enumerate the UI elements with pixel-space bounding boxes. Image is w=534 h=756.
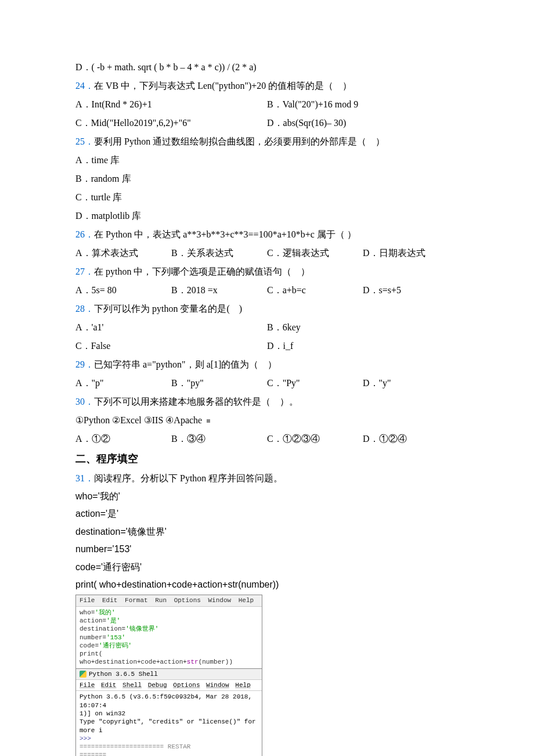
ide-l6: print( who+destination+code+action+ xyxy=(80,650,187,665)
ide-l6e: (number)) xyxy=(199,658,233,665)
section-2-title: 二、程序填空 xyxy=(75,448,459,469)
q25-c: C．turtle 库 xyxy=(75,188,459,207)
q27-text: 在 python 中，下列哪个选项是正确的赋值语句（ ） xyxy=(94,267,310,276)
shell-menu-edit: Edit xyxy=(101,682,116,689)
q25: 25．要利用 Python 通过数组绘制拟合曲线图，必须要用到的外部库是（ ） xyxy=(75,132,459,151)
q25-a: A．time 库 xyxy=(75,151,459,170)
q28-text: 下列可以作为 python 变量名的是( ) xyxy=(94,304,242,314)
python-icon xyxy=(80,671,86,678)
shell-menu-help: Help xyxy=(235,682,250,689)
ide-l1b: '我的' xyxy=(95,609,115,616)
q27-d: D．s=s+5 xyxy=(363,281,459,300)
ide-l5b: '通行密码' xyxy=(99,642,132,649)
shell-title-text: Python 3.6.5 Shell xyxy=(89,670,158,678)
ide-l2b: '是' xyxy=(106,617,120,624)
q26: 26．在 Python 中，表达式 a**3+b**3+c**3==100*a+… xyxy=(75,225,459,244)
q24-text: 在 VB 中，下列与表达式 Len("python")+20 的值相等的是（ ） xyxy=(94,81,352,91)
ide-l4a: number= xyxy=(80,634,106,641)
q27-c: C．a+b=c xyxy=(267,281,363,300)
q31-code-5: code='通行密码' xyxy=(75,559,459,576)
shell-menubar: File Edit Shell Debug Options Window Hel… xyxy=(76,679,262,691)
q31-code-4: number='153' xyxy=(75,541,459,558)
q28-a: A．'a1' xyxy=(75,318,267,337)
shell-line-3: Type "copyright", "credits" or "license(… xyxy=(80,718,258,735)
q29-text: 已知字符串 a="python"，则 a[1]的值为（ ） xyxy=(94,359,277,369)
q31-text: 阅读程序。分析以下 Python 程序并回答问题。 xyxy=(94,473,283,483)
q29-num: 29． xyxy=(75,359,94,369)
ide-l3b: '镜像世界' xyxy=(125,625,158,632)
q30: 30．下列不可以用来搭建本地服务器的软件是（ ）。 xyxy=(75,393,459,411)
q24-a: A．Int(Rnd * 26)+1 xyxy=(75,95,267,114)
q28-b: B．6key xyxy=(267,318,459,337)
shell-menu-file: File xyxy=(80,682,95,689)
q29: 29．已知字符串 a="python"，则 a[1]的值为（ ） xyxy=(75,355,459,374)
q30-list: ①Python ②Excel ③IIS ④Apache xyxy=(75,411,459,430)
q23-option-d: D．( -b + math. sqrt ( b * b – 4 * a * c)… xyxy=(75,58,459,77)
shell-line-2: 1)] on win32 xyxy=(80,710,258,718)
shell-line-1: Python 3.6.5 (v3.6.5:f59c0932b4, Mar 28 … xyxy=(80,693,258,710)
q26-options: A．算术表达式 B．关系表达式 C．逻辑表达式 D．日期表达式 xyxy=(75,244,459,262)
q30-text: 下列不可以用来搭建本地服务器的软件是（ ）。 xyxy=(94,397,298,406)
q26-num: 26． xyxy=(75,229,94,239)
menu-help: Help xyxy=(239,597,254,604)
page: D．( -b + math. sqrt ( b * b – 4 * a * c)… xyxy=(0,0,534,756)
shell-titlebar: Python 3.6.5 Shell xyxy=(76,668,262,679)
shell-menu-debug: Debug xyxy=(148,682,167,689)
q24: 24．在 VB 中，下列与表达式 Len("python")+20 的值相等的是… xyxy=(75,77,459,95)
menu-format: Format xyxy=(125,597,148,604)
q31: 31．阅读程序。分析以下 Python 程序并回答问题。 xyxy=(75,469,459,488)
q30-num: 30． xyxy=(75,397,94,406)
ide-screenshot: File Edit Format Run Options Window Help… xyxy=(75,595,262,756)
q28-options: A．'a1' B．6key C．False D．i_f xyxy=(75,318,459,355)
q25-num: 25． xyxy=(75,136,94,146)
q27: 27．在 python 中，下列哪个选项是正确的赋值语句（ ） xyxy=(75,262,459,281)
q30-list-text: ①Python ②Excel ③IIS ④Apache xyxy=(75,415,202,425)
ide-l3a: destination= xyxy=(80,625,125,632)
marker-icon xyxy=(207,419,210,423)
q29-d: D．"y" xyxy=(363,374,459,393)
q26-a: A．算术表达式 xyxy=(75,244,171,262)
q26-b: B．关系表达式 xyxy=(171,244,267,262)
shell-body: Python 3.6.5 (v3.6.5:f59c0932b4, Mar 28 … xyxy=(76,691,262,756)
q25-d: D．matplotlib 库 xyxy=(75,207,459,225)
q30-c: C．①②③④ xyxy=(267,430,363,448)
ide-l2a: action= xyxy=(80,617,106,624)
shell-restart: ====================== RESTAR xyxy=(80,743,258,751)
q30-d: D．①②④ xyxy=(363,430,459,448)
q28-num: 28． xyxy=(75,304,94,314)
q29-b: B．"py" xyxy=(171,374,267,393)
q26-text: 在 Python 中，表达式 a**3+b**3+c**3==100*a+10*… xyxy=(94,229,356,239)
q31-code-6: print( who+destination+code+action+str(n… xyxy=(75,576,459,593)
shell-sep: ======= xyxy=(80,751,258,756)
shell-menu-options: Options xyxy=(173,682,200,689)
menu-file: File xyxy=(80,597,95,604)
menu-window: Window xyxy=(208,597,232,604)
q25-b: B．random 库 xyxy=(75,170,459,188)
q27-num: 27． xyxy=(75,267,94,276)
shell-menu-shell: Shell xyxy=(122,682,142,689)
q26-c: C．逻辑表达式 xyxy=(267,244,363,262)
menu-run: Run xyxy=(155,597,167,604)
q27-a: A．5s= 80 xyxy=(75,281,171,300)
q24-c: C．Mid("Hello2019",6,2)+"6" xyxy=(75,114,267,132)
ide-menubar: File Edit Format Run Options Window Help xyxy=(76,595,262,606)
q30-b: B．③④ xyxy=(171,430,267,448)
q31-num: 31． xyxy=(75,473,94,483)
shell-prompt: >>> xyxy=(80,735,258,743)
menu-edit: Edit xyxy=(102,597,117,604)
q29-c: C．"Py" xyxy=(267,374,363,393)
q27-options: A．5s= 80 B．2018 =x C．a+b=c D．s=s+5 xyxy=(75,281,459,300)
q25-text: 要利用 Python 通过数组绘制拟合曲线图，必须要用到的外部库是（ ） xyxy=(94,136,385,146)
q24-options: A．Int(Rnd * 26)+1 B．Val("20")+16 mod 9 C… xyxy=(75,95,459,132)
q30-a: A．①② xyxy=(75,430,171,448)
ide-l6s: str xyxy=(187,658,199,665)
menu-options: Options xyxy=(174,597,201,604)
q27-b: B．2018 =x xyxy=(171,281,267,300)
shell-menu-window: Window xyxy=(206,682,229,689)
q31-code-1: who='我的' xyxy=(75,488,459,505)
ide-l1a: who= xyxy=(80,609,95,616)
q29-a: A．"p" xyxy=(75,374,171,393)
q29-options: A．"p" B．"py" C．"Py" D．"y" xyxy=(75,374,459,393)
q24-d: D．abs(Sqr(16)– 30) xyxy=(267,114,459,132)
q28-c: C．False xyxy=(75,337,267,355)
